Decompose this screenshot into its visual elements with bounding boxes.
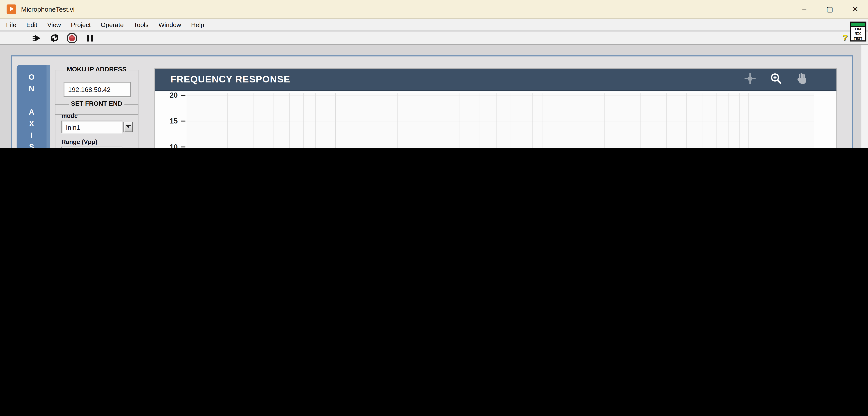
- svg-text:10: 10: [169, 143, 178, 148]
- svg-text:20: 20: [169, 91, 178, 99]
- front-end-group-title: SET FRONT END: [69, 100, 124, 107]
- plot-area: 201001000100002000020151050-5-10-15-20Fr…: [155, 91, 838, 148]
- menu-help[interactable]: Help: [186, 21, 209, 28]
- run-icon[interactable]: [31, 32, 42, 43]
- vi-icon-line3: TEST: [851, 36, 865, 41]
- vertical-scrollbar[interactable]: [861, 45, 868, 148]
- toolbar: [0, 32, 868, 45]
- cursor-crosshair-icon[interactable]: [744, 72, 757, 87]
- menu-edit[interactable]: Edit: [21, 21, 42, 28]
- vi-icon-line1: FRA: [851, 27, 865, 32]
- frequency-response-graph: FREQUENCY RESPONSE 201001000100002000020…: [154, 68, 837, 148]
- range-select[interactable]: [61, 147, 122, 148]
- close-icon[interactable]: ✕: [842, 0, 868, 18]
- mode-label: mode: [61, 113, 144, 119]
- front-end-group: SET FRONT END mode ▼ Range (Vpp) ▼: [55, 104, 138, 148]
- abort-icon[interactable]: [66, 32, 78, 43]
- context-help-icon[interactable]: ?: [842, 33, 847, 42]
- moku-ip-group-title: MOKU IP ADDRESS: [64, 66, 129, 72]
- menu-tools[interactable]: Tools: [129, 21, 153, 28]
- vi-icon-line2: MIC: [851, 32, 865, 36]
- menu-project[interactable]: Project: [66, 21, 96, 28]
- labview-app-icon: [7, 4, 16, 14]
- vi-icon: FRA MIC TEST: [850, 22, 866, 41]
- titlebar: MicrophoneTest.vi – ▢ ✕: [0, 0, 868, 19]
- vi-icon-banner: [851, 23, 865, 27]
- chart-header: FREQUENCY RESPONSE: [155, 69, 836, 91]
- chart-title: FREQUENCY RESPONSE: [155, 74, 290, 85]
- zoom-icon[interactable]: [770, 72, 783, 87]
- mode-select[interactable]: [61, 121, 122, 133]
- moku-ip-input[interactable]: [64, 82, 131, 97]
- run-continuously-icon[interactable]: [49, 32, 60, 43]
- window-title: MicrophoneTest.vi: [21, 5, 74, 13]
- frequency-response-plot: 201001000100002000020151050-5-10-15-20Fr…: [155, 91, 838, 148]
- app-window: MicrophoneTest.vi – ▢ ✕ File Edit View P…: [0, 0, 868, 148]
- mode-dropdown-icon[interactable]: ▼: [123, 122, 133, 132]
- tab-on-axis-label: ON AXIS: [27, 73, 36, 148]
- menu-window[interactable]: Window: [153, 21, 186, 28]
- pause-icon[interactable]: [84, 32, 95, 43]
- pan-hand-icon[interactable]: [796, 72, 809, 87]
- menubar: File Edit View Project Operate Tools Win…: [0, 19, 868, 31]
- range-dropdown-icon[interactable]: ▼: [123, 148, 133, 148]
- front-panel: ON AXIS POLAR SUMMARY MOKU IP ADDRESS SE…: [11, 56, 853, 148]
- tab-control-edge: [46, 65, 50, 148]
- menu-view[interactable]: View: [42, 21, 66, 28]
- maximize-icon[interactable]: ▢: [817, 0, 842, 18]
- svg-text:15: 15: [169, 117, 178, 125]
- range-label: Range (Vpp): [61, 138, 144, 145]
- menu-operate[interactable]: Operate: [96, 21, 129, 28]
- minimize-icon[interactable]: –: [792, 0, 817, 18]
- menu-file[interactable]: File: [1, 21, 22, 28]
- tab-on-axis[interactable]: ON AXIS: [17, 65, 46, 148]
